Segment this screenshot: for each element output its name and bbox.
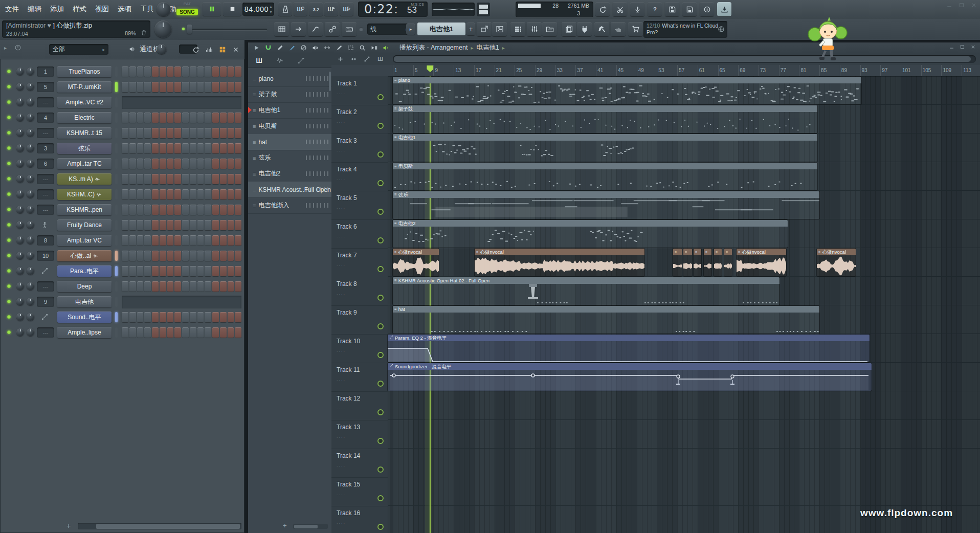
step-cell[interactable]: [205, 143, 211, 153]
step-cell[interactable]: [122, 174, 128, 184]
channel-led[interactable]: [7, 330, 11, 334]
step-cell[interactable]: [190, 82, 196, 92]
mixer-track-number[interactable]: ---: [37, 281, 54, 292]
mixer-track-number[interactable]: 1: [37, 66, 54, 77]
step-cell[interactable]: [197, 312, 204, 322]
step-cell[interactable]: [182, 174, 189, 184]
step-cell[interactable]: [129, 312, 136, 322]
step-cell[interactable]: [144, 113, 151, 123]
step-cell[interactable]: [174, 266, 181, 276]
step-cell[interactable]: [167, 113, 174, 123]
channel-pan-knob[interactable]: [16, 298, 24, 305]
step-cell[interactable]: [212, 266, 219, 276]
breadcrumb-pattern[interactable]: 电吉他1: [476, 43, 499, 52]
step-cell[interactable]: [235, 174, 241, 184]
dial-icon[interactable]: [14, 44, 21, 51]
automation-clip[interactable]: Soundgoodizer - 混音电平: [388, 363, 872, 391]
step-cell[interactable]: [137, 82, 144, 92]
step-cell[interactable]: [137, 113, 144, 123]
step-cell[interactable]: [220, 159, 227, 169]
step-cell[interactable]: [228, 174, 234, 184]
step-cell[interactable]: [137, 312, 144, 322]
step-cell[interactable]: [129, 159, 136, 169]
step-cell[interactable]: [144, 281, 151, 292]
track-mute-led[interactable]: [377, 495, 384, 501]
menu-item-编辑[interactable]: 编辑: [28, 5, 41, 14]
menu-item-文件[interactable]: 文件: [5, 5, 19, 14]
step-cell[interactable]: [152, 220, 159, 230]
step-cell[interactable]: [144, 66, 151, 77]
step-cell[interactable]: [152, 312, 159, 322]
channel-volume-knob[interactable]: [27, 114, 34, 121]
plugin-button[interactable]: [577, 22, 592, 36]
step-cell[interactable]: [160, 251, 166, 261]
step-cell[interactable]: [122, 205, 128, 215]
step-cell[interactable]: [122, 159, 128, 169]
step-cell[interactable]: [174, 143, 181, 153]
track-mute-led[interactable]: [377, 151, 384, 158]
step-cell[interactable]: [205, 266, 211, 276]
picker-tab-audio-wave[interactable]: [276, 57, 284, 64]
channel-select-indicator[interactable]: [115, 143, 118, 153]
step-cell[interactable]: [197, 174, 204, 184]
step-cell[interactable]: [129, 220, 136, 230]
step-cell[interactable]: [190, 159, 196, 169]
channel-pan-knob[interactable]: [16, 144, 24, 152]
step-cell[interactable]: [160, 327, 166, 338]
channel-volume-knob[interactable]: [27, 206, 34, 213]
step-cell[interactable]: [174, 82, 181, 92]
step-cell[interactable]: [137, 235, 144, 246]
step-cell[interactable]: [212, 251, 219, 261]
channel-select-indicator[interactable]: [115, 266, 118, 276]
tempo-display[interactable]: 84.000▴▾: [242, 3, 274, 16]
step-cell[interactable]: [167, 82, 174, 92]
playlist-slip-icon[interactable]: [322, 43, 332, 52]
step-cell[interactable]: [220, 189, 227, 199]
track-header[interactable]: Track 7....: [331, 248, 388, 277]
step-cell[interactable]: [205, 189, 211, 199]
channel-button-9[interactable]: KSHM..C): [57, 189, 112, 200]
channel-volume-knob[interactable]: [27, 175, 34, 183]
track-mute-led[interactable]: [377, 467, 384, 473]
pattern-clip[interactable]: ≡电贝斯: [393, 163, 817, 190]
track-header[interactable]: Track 10....: [331, 334, 388, 363]
channel-pan-knob[interactable]: [16, 236, 24, 244]
step-cell[interactable]: [122, 143, 128, 153]
channel-select-indicator[interactable]: [115, 97, 118, 107]
channel-button-15[interactable]: Deep: [57, 281, 112, 292]
step-cell[interactable]: [167, 281, 174, 292]
step-cell[interactable]: [152, 113, 159, 123]
audio-clip[interactable]: »: [673, 249, 682, 276]
channel-button-4[interactable]: Electric: [57, 112, 112, 123]
step-cell[interactable]: [144, 128, 151, 138]
step-cell[interactable]: [152, 281, 159, 292]
step-cell[interactable]: [212, 113, 219, 123]
step-cell[interactable]: [167, 266, 174, 276]
channel-led[interactable]: [7, 254, 11, 257]
channel-led[interactable]: [7, 269, 11, 273]
step-cell[interactable]: [205, 251, 211, 261]
step-cell[interactable]: [205, 205, 211, 215]
channel-select-indicator[interactable]: [115, 159, 118, 169]
pltool-diamonds[interactable]: [348, 54, 359, 63]
step-cell[interactable]: [228, 189, 234, 199]
playlist-play-icon[interactable]: [251, 43, 262, 52]
playlist-marquee-icon[interactable]: [345, 43, 356, 52]
step-cell[interactable]: [212, 174, 219, 184]
step-cell[interactable]: [144, 189, 151, 199]
step-cell[interactable]: [137, 205, 144, 215]
audio-clip[interactable]: »: [704, 249, 711, 276]
step-cell[interactable]: [220, 128, 227, 138]
channel-led[interactable]: [7, 146, 11, 150]
step-cell[interactable]: [160, 312, 166, 322]
channel-led[interactable]: [7, 300, 11, 303]
channel-volume-knob[interactable]: [27, 236, 34, 244]
track-header[interactable]: Track 16....: [331, 506, 388, 533]
step-cell[interactable]: [160, 220, 166, 230]
step-cell[interactable]: [182, 128, 189, 138]
step-cell[interactable]: [129, 113, 136, 123]
step-cell[interactable]: [212, 128, 219, 138]
step-cell[interactable]: [235, 159, 241, 169]
step-cell[interactable]: [205, 312, 211, 322]
mixer-track-number[interactable]: 10: [37, 251, 54, 261]
